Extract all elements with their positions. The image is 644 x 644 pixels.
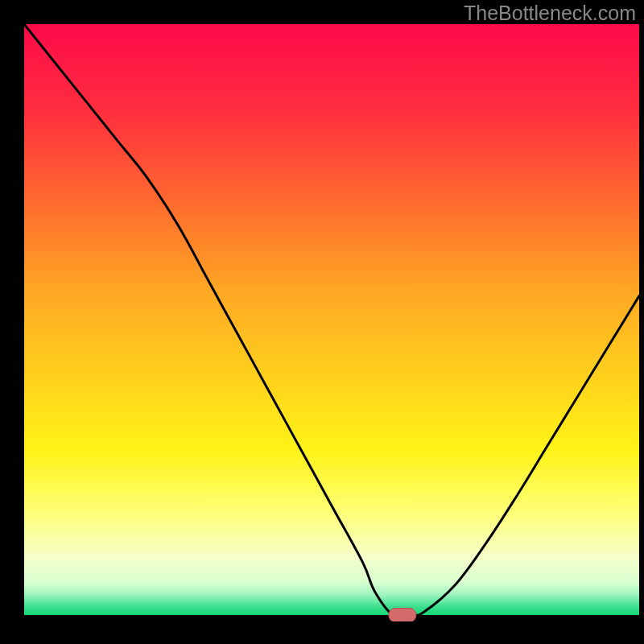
chart-container: TheBottleneck.com bbox=[0, 0, 644, 644]
chart-background-gradient bbox=[24, 24, 639, 615]
bottleneck-chart bbox=[0, 0, 644, 644]
optimum-marker bbox=[389, 609, 416, 622]
watermark-text: TheBottleneck.com bbox=[464, 2, 636, 25]
